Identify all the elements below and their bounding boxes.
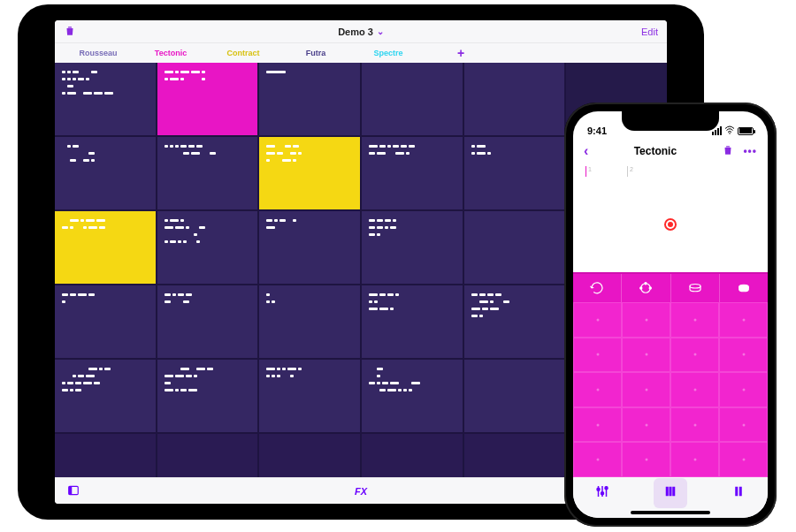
instrument-tab-contract[interactable]: Contract	[207, 49, 279, 57]
clip-cell[interactable]	[259, 434, 360, 477]
drum-grid	[573, 302, 768, 477]
drum-cell[interactable]	[622, 407, 670, 443]
clip-cell[interactable]	[362, 63, 463, 135]
clip-cell[interactable]	[362, 137, 463, 209]
drum-cell[interactable]	[670, 442, 719, 477]
iphone-nav: ‹ Tectonic •••	[573, 138, 768, 164]
trash-icon[interactable]	[64, 28, 76, 39]
instrument-tab-rousseau[interactable]: Rousseau	[62, 49, 134, 57]
drum-cell[interactable]	[573, 442, 622, 477]
chevron-down-icon: ⌄	[377, 27, 384, 36]
drum-cell[interactable]	[573, 302, 622, 338]
drum-col-snare[interactable]	[671, 274, 720, 302]
drum-cell[interactable]	[622, 372, 670, 407]
clip-cell[interactable]	[55, 434, 156, 477]
loop-icon	[589, 280, 605, 296]
drum-cell[interactable]	[573, 407, 622, 443]
clip-cell[interactable]	[157, 211, 258, 284]
clip-cell[interactable]	[157, 63, 258, 135]
clip-cell[interactable]	[362, 360, 463, 432]
drum-cell[interactable]	[573, 338, 622, 373]
wifi-icon	[724, 125, 735, 136]
instrument-tab-tectonic[interactable]: Tectonic	[134, 49, 207, 57]
clip-cell[interactable]	[157, 434, 258, 477]
drum-cell[interactable]	[670, 372, 719, 407]
clip-cell[interactable]	[362, 285, 463, 358]
drum-cell[interactable]	[719, 372, 768, 407]
timeline-tick: 1	[586, 166, 592, 177]
clip-cell[interactable]	[464, 211, 565, 284]
svg-rect-15	[669, 487, 671, 497]
drum-cell[interactable]	[573, 372, 622, 407]
clip-cell[interactable]	[464, 285, 565, 358]
drum-cell[interactable]	[670, 407, 719, 443]
drum-cell[interactable]	[670, 338, 719, 373]
drum-cell[interactable]	[719, 302, 768, 338]
instrument-tabs: Rousseau Tectonic Contract Futra Spectre…	[55, 43, 667, 63]
iphone-home-indicator[interactable]	[631, 511, 710, 514]
clip-cell[interactable]	[464, 360, 565, 432]
ipad-topbar: Demo 3 ⌄ Edit	[55, 20, 667, 43]
pause-button[interactable]	[731, 483, 746, 503]
timeline-tick: 2	[627, 166, 633, 177]
project-title: Demo 3	[338, 27, 373, 37]
svg-point-4	[729, 133, 731, 134]
clip-cell[interactable]	[259, 360, 360, 432]
clip-cell[interactable]	[362, 211, 463, 284]
clip-cell[interactable]	[362, 434, 463, 477]
add-instrument-button[interactable]: +	[425, 46, 497, 60]
panel-icon[interactable]	[67, 484, 80, 498]
instrument-tab-futra[interactable]: Futra	[279, 49, 352, 57]
clip-cell[interactable]	[259, 63, 360, 135]
drum-cell[interactable]	[622, 442, 670, 477]
columns-icon	[662, 483, 678, 499]
svg-rect-17	[735, 487, 738, 497]
project-title-dropdown[interactable]: Demo 3 ⌄	[338, 27, 384, 37]
drum-col-tambourine[interactable]	[622, 274, 670, 302]
edit-button[interactable]: Edit	[641, 27, 658, 37]
iphone-device: 9:41 ‹ Tectonic ••• 1 2	[564, 103, 777, 527]
iphone-notch	[622, 111, 719, 131]
pattern-canvas[interactable]	[573, 177, 768, 272]
timeline-ruler[interactable]: 1 2	[573, 164, 768, 177]
fx-button[interactable]: FX	[355, 486, 367, 497]
more-icon[interactable]: •••	[743, 145, 757, 157]
clip-cell[interactable]	[55, 285, 156, 358]
sliders-icon	[594, 483, 610, 499]
record-indicator-icon[interactable]	[664, 218, 677, 231]
drum-cell[interactable]	[719, 442, 768, 477]
instrument-tab-spectre[interactable]: Spectre	[352, 49, 425, 57]
status-indicators	[712, 125, 754, 136]
tambourine-icon	[638, 280, 654, 296]
svg-point-9	[690, 285, 700, 289]
clip-cell[interactable]	[259, 211, 360, 284]
clip-cell[interactable]	[464, 137, 565, 209]
clip-cell[interactable]	[259, 137, 360, 209]
clip-cell[interactable]	[464, 434, 565, 477]
drum-col-tom[interactable]	[720, 274, 768, 302]
drum-column-header	[573, 272, 768, 302]
svg-point-13	[605, 487, 608, 490]
clip-cell[interactable]	[55, 360, 156, 432]
svg-point-8	[640, 287, 642, 289]
drum-cell[interactable]	[719, 407, 768, 443]
clip-cell[interactable]	[55, 137, 156, 209]
svg-rect-18	[739, 487, 741, 497]
drum-cell[interactable]	[622, 302, 670, 338]
clip-cell[interactable]	[157, 285, 258, 358]
drum-cell[interactable]	[670, 302, 719, 338]
drum-col-loop[interactable]	[573, 274, 622, 302]
trash-icon[interactable]	[722, 144, 734, 159]
grid-view-button[interactable]	[654, 478, 687, 508]
clip-cell[interactable]	[157, 137, 258, 209]
clip-cell[interactable]	[55, 211, 156, 284]
drum-cell[interactable]	[719, 338, 768, 373]
mixer-button[interactable]	[594, 483, 610, 503]
clip-cell[interactable]	[464, 63, 565, 135]
instrument-title: Tectonic	[634, 145, 677, 157]
clip-cell[interactable]	[157, 360, 258, 432]
drum-cell[interactable]	[622, 338, 670, 373]
clip-cell[interactable]	[55, 63, 156, 135]
clip-cell[interactable]	[259, 285, 360, 358]
back-button[interactable]: ‹	[584, 143, 588, 159]
